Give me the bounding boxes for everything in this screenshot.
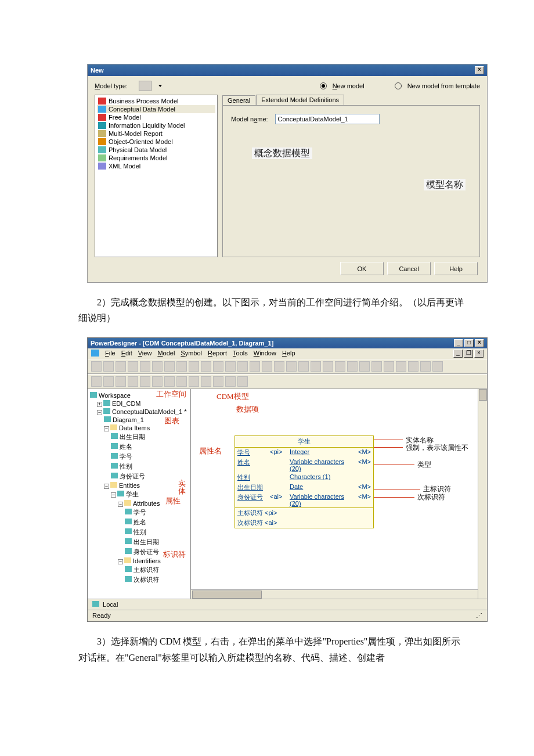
toolbar-button[interactable] bbox=[152, 376, 163, 387]
menu-window[interactable]: Window bbox=[254, 350, 276, 358]
scrollbar-thumb[interactable] bbox=[192, 591, 262, 599]
toolbar-button[interactable] bbox=[359, 361, 370, 372]
toolbar-button[interactable] bbox=[213, 376, 223, 387]
toolbar-button[interactable] bbox=[91, 376, 102, 387]
collapse-icon[interactable]: − bbox=[97, 410, 102, 415]
entity-symbol[interactable]: 学生 学号<pi>Integer<M> 姓名Variable character… bbox=[234, 435, 374, 528]
collapse-icon[interactable]: − bbox=[118, 559, 123, 564]
list-item[interactable]: Requirements Model bbox=[97, 154, 215, 162]
mdi-restore-icon[interactable]: ❐ bbox=[464, 350, 473, 358]
list-item[interactable]: Multi-Model Report bbox=[97, 129, 215, 138]
toolbar-button[interactable] bbox=[298, 361, 309, 372]
toolbar-button[interactable] bbox=[201, 376, 211, 387]
tree-item[interactable]: 身份证号 bbox=[120, 473, 145, 480]
resize-grip-icon[interactable]: ⋰ bbox=[476, 612, 482, 620]
model-name-input[interactable] bbox=[275, 114, 380, 124]
toolbar-button[interactable] bbox=[103, 361, 114, 372]
toolbar-button[interactable] bbox=[335, 361, 345, 372]
toolbar-button[interactable] bbox=[225, 376, 236, 387]
list-item[interactable]: Business Process Model bbox=[97, 97, 215, 105]
local-tab[interactable]: Local bbox=[103, 601, 118, 608]
toolbar-button[interactable] bbox=[164, 376, 175, 387]
toolbar-button[interactable] bbox=[274, 361, 284, 372]
maximize-icon[interactable]: □ bbox=[464, 339, 474, 347]
tree-item[interactable]: Attributes bbox=[133, 500, 160, 507]
collapse-icon[interactable]: − bbox=[104, 484, 109, 489]
tree-item[interactable]: 身份证号 bbox=[134, 548, 159, 555]
toolbar-button[interactable] bbox=[432, 361, 443, 372]
close-icon[interactable]: × bbox=[475, 339, 484, 347]
tree-item[interactable]: Diagram_1 bbox=[113, 416, 144, 423]
toolbar-button[interactable] bbox=[262, 361, 272, 372]
vertical-scrollbar[interactable] bbox=[478, 389, 487, 599]
toolbar-button[interactable] bbox=[237, 376, 248, 387]
menu-file[interactable]: File bbox=[105, 350, 116, 358]
toolbar-button[interactable] bbox=[371, 361, 382, 372]
tree-item[interactable]: 次标识符 bbox=[134, 576, 159, 583]
menu-edit[interactable]: Edit bbox=[121, 350, 132, 358]
collapse-icon[interactable]: − bbox=[111, 492, 116, 498]
radio-from-template[interactable] bbox=[395, 82, 402, 89]
tree-item[interactable]: 出生日期 bbox=[134, 538, 159, 545]
toolbar-button[interactable] bbox=[176, 361, 187, 372]
toolbar-button[interactable] bbox=[286, 361, 297, 372]
toolbar-button[interactable] bbox=[128, 376, 138, 387]
mdi-minimize-icon[interactable]: _ bbox=[453, 350, 463, 358]
tree-item[interactable]: 学号 bbox=[120, 453, 132, 460]
expand-icon[interactable]: + bbox=[97, 402, 102, 407]
toolbar-button[interactable] bbox=[103, 376, 114, 387]
help-button[interactable]: Help bbox=[434, 262, 478, 275]
tree-item[interactable]: Identifiers bbox=[133, 557, 161, 564]
tree-item[interactable]: 姓名 bbox=[134, 519, 146, 525]
list-item[interactable]: XML Model bbox=[97, 162, 215, 170]
view-mode-button[interactable] bbox=[139, 81, 151, 91]
tab-general[interactable]: General bbox=[222, 95, 255, 106]
toolbar-button[interactable] bbox=[384, 361, 394, 372]
toolbar-button[interactable] bbox=[420, 361, 431, 372]
toolbar-button[interactable] bbox=[250, 361, 260, 372]
list-item[interactable]: Information Liquidity Model bbox=[97, 121, 215, 129]
browser-tree[interactable]: Workspace +EDI_CDM −ConceptualDataModel_… bbox=[88, 389, 191, 599]
toolbar-button[interactable] bbox=[311, 361, 321, 372]
scrollbar-thumb[interactable] bbox=[479, 389, 487, 401]
list-item[interactable]: Free Model bbox=[97, 113, 215, 121]
menu-model[interactable]: Model bbox=[157, 350, 175, 358]
tree-item[interactable]: 性别 bbox=[120, 463, 132, 470]
radio-new-model[interactable] bbox=[320, 82, 327, 89]
list-item[interactable]: Conceptual Data Model bbox=[97, 105, 215, 113]
menu-report[interactable]: Report bbox=[208, 350, 227, 358]
tree-item[interactable]: 学生 bbox=[126, 491, 139, 498]
toolbar-button[interactable] bbox=[152, 361, 163, 372]
tree-item[interactable]: 学号 bbox=[134, 509, 146, 516]
toolbar-button[interactable] bbox=[189, 361, 199, 372]
toolbar-button[interactable] bbox=[91, 361, 102, 372]
toolbar-button[interactable] bbox=[323, 361, 333, 372]
close-icon[interactable]: × bbox=[475, 66, 484, 74]
tree-item[interactable]: 姓名 bbox=[120, 443, 132, 450]
toolbar-button[interactable] bbox=[176, 376, 187, 387]
chevron-down-icon[interactable] bbox=[158, 85, 162, 87]
tree-item[interactable]: 性别 bbox=[134, 528, 146, 535]
toolbar-button[interactable] bbox=[116, 376, 126, 387]
tree-item[interactable]: Data Items bbox=[119, 424, 150, 431]
toolbar-button[interactable] bbox=[128, 361, 138, 372]
toolbar-button[interactable] bbox=[116, 361, 126, 372]
horizontal-scrollbar[interactable] bbox=[191, 589, 478, 599]
toolbar-button[interactable] bbox=[201, 361, 211, 372]
toolbar-button[interactable] bbox=[189, 376, 199, 387]
toolbar-button[interactable] bbox=[140, 376, 150, 387]
cancel-button[interactable]: Cancel bbox=[387, 262, 431, 275]
tab-extended[interactable]: Extended Model Definitions bbox=[256, 95, 344, 105]
menu-symbol[interactable]: Symbol bbox=[181, 350, 202, 358]
toolbar-button[interactable] bbox=[408, 361, 418, 372]
toolbar-button[interactable] bbox=[347, 361, 358, 372]
menu-view[interactable]: View bbox=[138, 350, 152, 358]
model-type-list[interactable]: Business Process Model Conceptual Data M… bbox=[95, 95, 218, 257]
minimize-icon[interactable]: _ bbox=[454, 339, 463, 347]
collapse-icon[interactable]: − bbox=[118, 502, 123, 507]
list-item[interactable]: Physical Data Model bbox=[97, 146, 215, 154]
tree-item[interactable]: EDI_CDM bbox=[112, 400, 141, 407]
menu-help[interactable]: Help bbox=[282, 350, 295, 358]
tree-item[interactable]: Entities bbox=[119, 482, 140, 489]
toolbar-button[interactable] bbox=[396, 361, 406, 372]
